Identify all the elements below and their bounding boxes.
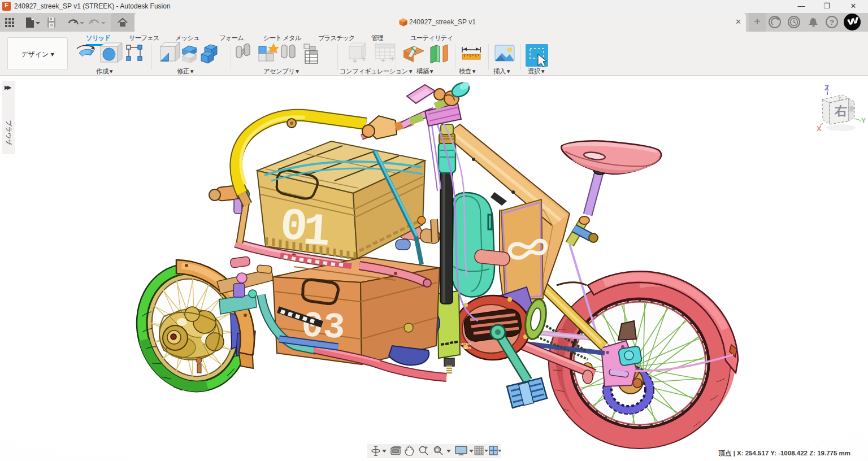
svg-text:-Y: -Y <box>859 117 866 125</box>
svg-text:?: ? <box>830 18 834 27</box>
svg-text:X: X <box>817 124 822 133</box>
svg-text:1: 1 <box>301 205 332 258</box>
svg-text:右: 右 <box>834 104 847 118</box>
svg-text:Z: Z <box>824 84 829 92</box>
svg-text:上: 上 <box>836 94 843 102</box>
